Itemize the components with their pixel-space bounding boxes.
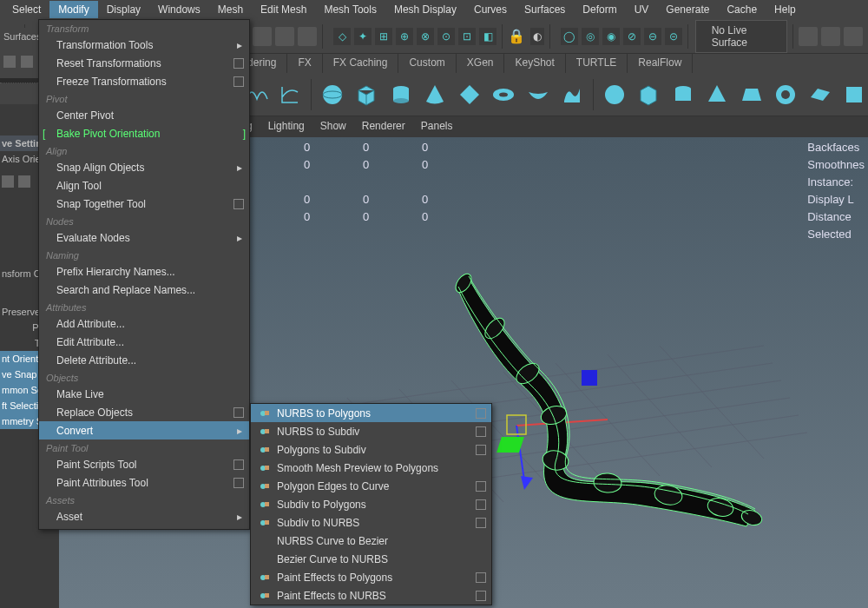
shelf-tab-fx[interactable]: FX bbox=[287, 54, 322, 73]
shelf-sphere-icon[interactable] bbox=[319, 79, 346, 110]
shelf-tab-xgen[interactable]: XGen bbox=[457, 54, 505, 73]
shelf-cone2-icon[interactable] bbox=[703, 79, 731, 110]
menuitem-asset[interactable]: Asset▸ bbox=[39, 507, 249, 525]
shelf-cone-icon[interactable] bbox=[421, 79, 449, 110]
shelf-extra-icon[interactable] bbox=[841, 79, 868, 110]
menu-select[interactable]: Select bbox=[3, 1, 49, 18]
menu-surfaces[interactable]: Surfaces bbox=[516, 1, 574, 18]
menuitem-prefix-hierarchy-names-[interactable]: Prefix Hierarchy Names... bbox=[39, 262, 249, 281]
tool-icon[interactable] bbox=[18, 175, 30, 188]
menu-cache[interactable]: Cache bbox=[718, 1, 766, 18]
menu-uv[interactable]: UV bbox=[626, 1, 658, 18]
option-box-icon[interactable] bbox=[233, 459, 244, 470]
submenu-nurbs-curve-to-bezier[interactable]: NURBS Curve to Bezier bbox=[251, 532, 491, 550]
submenu-nurbs-to-polygons[interactable]: NURBS to Polygons bbox=[251, 404, 491, 422]
menuitem-evaluate-nodes[interactable]: Evaluate Nodes▸ bbox=[39, 228, 249, 247]
snap-icon[interactable]: ✦ bbox=[354, 28, 372, 45]
panel-tab-show[interactable]: Show bbox=[320, 120, 346, 132]
menuitem-snap-together-tool[interactable]: Snap Together Tool bbox=[39, 195, 249, 213]
menuitem-replace-objects[interactable]: Replace Objects bbox=[39, 403, 249, 421]
menuitem-convert[interactable]: Convert▸ bbox=[39, 421, 249, 439]
shelf-prism-icon[interactable] bbox=[738, 79, 766, 110]
menu-display[interactable]: Display bbox=[98, 1, 149, 18]
menu-mesh-display[interactable]: Mesh Display bbox=[385, 1, 465, 18]
submenu-smooth-mesh-preview-to-polygons[interactable]: Smooth Mesh Preview to Polygons bbox=[251, 459, 491, 477]
shelf-cube-icon[interactable] bbox=[352, 79, 380, 110]
shelf-plane-icon[interactable] bbox=[806, 79, 834, 110]
constr-icon[interactable]: ◯ bbox=[561, 28, 578, 45]
option-box-icon[interactable] bbox=[233, 58, 244, 69]
option-box-icon[interactable] bbox=[476, 445, 486, 455]
menu-mesh-tools[interactable]: Mesh Tools bbox=[315, 1, 385, 18]
option-box-icon[interactable] bbox=[233, 478, 244, 488]
shelf-cyl2-icon[interactable] bbox=[669, 79, 697, 110]
submenu-paint-effects-to-polygons[interactable]: Paint Effects to Polygons bbox=[251, 568, 491, 586]
shelf-wave-icon[interactable] bbox=[559, 79, 587, 110]
submenu-subdiv-to-polygons[interactable]: Subdiv to Polygons bbox=[251, 495, 491, 513]
submenu-polygons-to-subdiv[interactable]: Polygons to Subdiv bbox=[251, 440, 491, 459]
menuitem-paint-scripts-tool[interactable]: Paint Scripts Tool bbox=[39, 455, 249, 473]
menu-generate[interactable]: Generate bbox=[657, 1, 718, 18]
snap-icon[interactable]: ⊙ bbox=[437, 28, 455, 45]
option-box-icon[interactable] bbox=[476, 572, 486, 583]
menu-edit-mesh[interactable]: Edit Mesh bbox=[252, 1, 315, 18]
menu-help[interactable]: Help bbox=[766, 1, 805, 18]
panel-tab-lighting[interactable]: Lighting bbox=[268, 120, 305, 132]
layout-icon[interactable] bbox=[821, 27, 840, 46]
shelf-tab-realflow[interactable]: RealFlow bbox=[628, 54, 693, 73]
layout-icon[interactable] bbox=[844, 27, 863, 46]
snap-icon[interactable]: ⊞ bbox=[375, 28, 392, 45]
menuitem-paint-attributes-tool[interactable]: Paint Attributes Tool bbox=[39, 473, 249, 492]
menu-deform[interactable]: Deform bbox=[574, 1, 625, 18]
menuitem-make-live[interactable]: Make Live bbox=[39, 385, 249, 403]
submenu-polygon-edges-to-curve[interactable]: Polygon Edges to Curve bbox=[251, 477, 491, 495]
shelf-tab-turtle[interactable]: TURTLE bbox=[566, 54, 628, 73]
menuitem-align-tool[interactable]: Align Tool bbox=[39, 176, 249, 195]
snap-icon[interactable]: ⊡ bbox=[458, 28, 476, 45]
snap-icon[interactable]: ◇ bbox=[333, 28, 351, 45]
submenu-subdiv-to-nurbs[interactable]: Subdiv to NURBS bbox=[251, 513, 491, 532]
constr-icon[interactable]: ⊖ bbox=[644, 28, 661, 45]
shelf-torus-icon[interactable] bbox=[490, 79, 518, 110]
menuitem-center-pivot[interactable]: Center Pivot bbox=[39, 106, 249, 124]
snap-icon[interactable]: ⊕ bbox=[396, 28, 413, 45]
shelf-icon[interactable] bbox=[3, 56, 16, 68]
tool-icon[interactable] bbox=[253, 27, 272, 46]
submenu-bezier-curve-to-nurbs[interactable]: Bezier Curve to NURBS bbox=[251, 550, 491, 568]
shelf-item-icon[interactable] bbox=[277, 79, 305, 110]
option-box-icon[interactable] bbox=[476, 499, 486, 510]
submenu-paint-effects-to-nurbs[interactable]: Paint Effects to NURBS bbox=[251, 586, 491, 605]
menu-mesh[interactable]: Mesh bbox=[209, 1, 252, 18]
constr-icon[interactable]: ⊝ bbox=[665, 28, 682, 45]
option-box-icon[interactable] bbox=[476, 518, 486, 528]
menuitem-bake-pivot-orientation[interactable]: [Bake Pivot Orientation] bbox=[39, 124, 249, 142]
tool-icon[interactable] bbox=[2, 175, 14, 188]
constr-icon[interactable]: ◉ bbox=[602, 28, 620, 45]
snap-icon[interactable]: ⊗ bbox=[417, 28, 434, 45]
layout-icon[interactable] bbox=[799, 27, 818, 46]
sym-icon[interactable]: ◐ bbox=[530, 28, 544, 45]
menuitem-search-and-replace-names-[interactable]: Search and Replace Names... bbox=[39, 281, 249, 299]
tool-icon[interactable] bbox=[298, 27, 317, 46]
submenu-nurbs-to-subdiv[interactable]: NURBS to Subdiv bbox=[251, 422, 491, 440]
menu-windows[interactable]: Windows bbox=[149, 1, 209, 18]
menu-curves[interactable]: Curves bbox=[465, 1, 516, 18]
menuitem-freeze-transformations[interactable]: Freeze Transformations bbox=[39, 72, 249, 90]
option-box-icon[interactable] bbox=[476, 591, 486, 601]
shelf-cylinder-icon[interactable] bbox=[387, 79, 415, 110]
option-box-icon[interactable] bbox=[476, 481, 486, 492]
constr-icon[interactable]: ⊘ bbox=[623, 28, 641, 45]
tool-icon[interactable] bbox=[275, 27, 294, 46]
shelf-cube2-icon[interactable] bbox=[635, 79, 662, 110]
panel-tab-panels[interactable]: Panels bbox=[421, 120, 453, 132]
shelf-icon[interactable] bbox=[21, 56, 33, 68]
shelf-bowl-icon[interactable] bbox=[524, 79, 552, 110]
live-surface-field[interactable]: No Live Surface bbox=[695, 20, 788, 53]
shelf-tab-custom[interactable]: Custom bbox=[398, 54, 456, 73]
snap-icon[interactable]: ◧ bbox=[479, 28, 496, 45]
option-box-icon[interactable] bbox=[476, 408, 486, 419]
option-box-icon[interactable] bbox=[233, 407, 244, 418]
menuitem-snap-align-objects[interactable]: Snap Align Objects▸ bbox=[39, 158, 249, 176]
menuitem-edit-attribute-[interactable]: Edit Attribute... bbox=[39, 333, 249, 351]
lock-icon[interactable]: 🔒 bbox=[508, 28, 525, 44]
